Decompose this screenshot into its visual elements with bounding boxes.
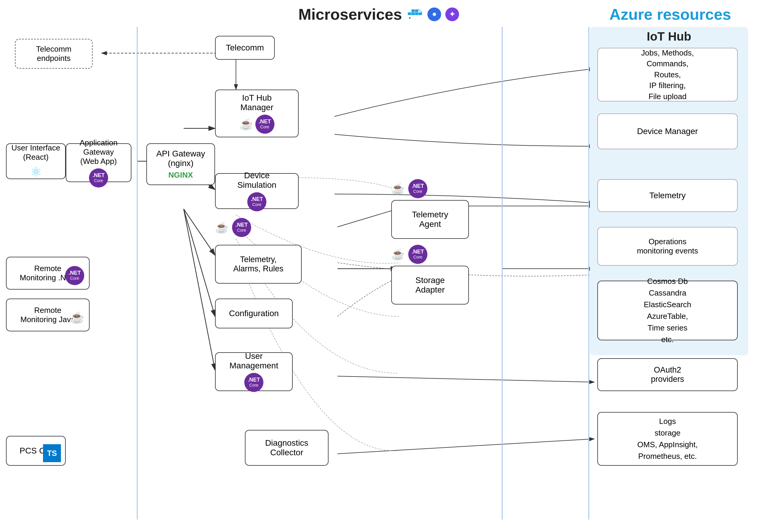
net-badge-storage: .NETCore	[408, 245, 428, 264]
vline-left	[137, 27, 138, 519]
device-manager-box: Device Manager	[597, 114, 738, 149]
net-badge-telal: .NETCore	[232, 218, 251, 237]
telecomm-endpoints-label: Telecomm endpoints	[36, 45, 71, 63]
telemetry-iot-label: Telemetry	[649, 191, 685, 200]
remote-monitoring-net-box: Remote Monitoring .NET .NETCore	[6, 257, 89, 289]
net-badge-devsim: .NETCore	[247, 192, 266, 211]
telemetry-alarms-rules-box: Telemetry, Alarms, Rules	[215, 245, 302, 283]
application-gateway-box: Application Gateway (Web App) .NETCore	[66, 143, 131, 182]
logs-label: Logs storage OMS, AppInsight, Prometheus…	[637, 416, 698, 462]
svg-rect-22	[419, 13, 422, 15]
net-badge-rm-net: .NETCore	[65, 266, 84, 285]
svg-rect-17	[408, 13, 411, 15]
storage-adapter-badges-above: ☕ .NETCore	[391, 245, 428, 264]
telecomm-label: Telecomm	[226, 43, 264, 52]
device-simulation-box: Device Simulation .NETCore	[215, 173, 299, 209]
rm-java-label: Remote Monitoring Java	[20, 306, 75, 324]
svg-line-8	[337, 209, 397, 227]
app-gateway-label: Application Gateway (Web App)	[80, 138, 118, 166]
pcs-cli-box: PCS CLI TS	[6, 436, 66, 466]
iot-jobs-box: Jobs, Methods, Commands, Routes, IP filt…	[597, 48, 738, 102]
vline-mid	[502, 27, 503, 519]
user-interface-label: User Interface (React)	[11, 143, 60, 162]
svg-rect-20	[415, 13, 418, 15]
configuration-label: Configuration	[229, 309, 279, 318]
svg-rect-19	[412, 10, 415, 12]
user-management-label: User Management	[229, 351, 278, 371]
svg-line-6	[184, 209, 215, 370]
device-simulation-label: Device Simulation	[237, 171, 277, 190]
azure-resources-title: Azure resources	[609, 5, 731, 23]
iot-jobs-label: Jobs, Methods, Commands, Routes, IP filt…	[641, 48, 694, 102]
diagnostics-label: Diagnostics Collector	[265, 438, 309, 457]
dapr-icon: ✦	[445, 7, 460, 22]
telemetry-agent-box: Telemetry Agent	[391, 200, 469, 239]
svg-rect-18	[412, 13, 415, 15]
java-icon-iotmgr: ☕	[240, 118, 253, 130]
iot-hub-manager-box: IoT Hub Manager ☕ .NETCore	[215, 89, 299, 137]
svg-text:✦: ✦	[449, 10, 455, 18]
api-gateway-label: API Gateway (nginx)	[156, 149, 205, 168]
iot-hub-manager-label: IoT Hub Manager	[240, 93, 274, 112]
telecomm-endpoints-box: Telecomm endpoints	[15, 39, 92, 69]
logs-box: Logs storage OMS, AppInsight, Prometheus…	[597, 412, 738, 466]
title-text: Microservices	[298, 5, 402, 23]
svg-line-12	[337, 439, 594, 454]
telemetry-iot-box: Telemetry	[597, 179, 738, 212]
oauth2-box: OAuth2 providers	[597, 358, 738, 391]
java-icon-rm: ☕	[70, 311, 84, 324]
net-badge-usermgmt: .NETCore	[244, 373, 263, 392]
nginx-icon: NGINX	[168, 171, 193, 180]
remote-monitoring-java-box: Remote Monitoring Java ☕	[6, 299, 89, 331]
device-manager-label: Device Manager	[637, 127, 698, 136]
user-management-box: User Management .NETCore	[215, 352, 293, 391]
configuration-box: Configuration	[215, 299, 293, 328]
ops-monitoring-box: Operations monitoring events	[597, 227, 738, 266]
react-icon: ⚛	[30, 164, 42, 180]
storage-adapter-label: Storage Adapter	[415, 276, 445, 295]
page-title: Microservices ⎈ ✦	[298, 5, 460, 23]
api-gateway-box: API Gateway (nginx) NGINX	[146, 143, 215, 185]
header-icons: ⎈ ✦	[407, 7, 460, 22]
svg-line-4	[184, 209, 215, 255]
net-badge-iotmgr: .NETCore	[255, 115, 274, 134]
svg-text:⎈: ⎈	[432, 11, 436, 17]
java-icon-storage: ☕	[391, 248, 405, 261]
tel-agent-badges: ☕ .NETCore	[391, 179, 428, 198]
tel-alarms-badges-above: ☕ .NETCore	[215, 218, 251, 237]
cosmos-label: Cosmos Db Cassandra ElasticSearch AzureT…	[644, 276, 691, 346]
tel-alarms-rules-label: Telemetry, Alarms, Rules	[233, 255, 284, 274]
java-icon-telal: ☕	[215, 221, 228, 234]
storage-adapter-box: Storage Adapter	[391, 266, 469, 305]
svg-line-11	[337, 376, 594, 382]
java-icon-telagent: ☕	[391, 183, 405, 195]
user-interface-box: User Interface (React) ⚛	[6, 143, 66, 179]
oauth2-label: OAuth2 providers	[651, 365, 684, 384]
docker-icon	[407, 8, 424, 21]
telecomm-box: Telecomm	[215, 36, 275, 60]
kubernetes-icon: ⎈	[427, 7, 442, 22]
vline-right	[588, 27, 589, 519]
cosmos-box: Cosmos Db Cassandra ElasticSearch AzureT…	[597, 281, 738, 340]
net-badge-telagent: .NETCore	[408, 179, 428, 198]
svg-line-5	[184, 209, 215, 316]
tel-agent-label: Telemetry Agent	[412, 210, 448, 229]
iot-hub-header: IoT Hub	[594, 30, 744, 43]
net-badge-appgw: .NETCore	[89, 168, 108, 187]
diagram-container: Microservices ⎈ ✦	[0, 0, 758, 532]
ops-monitoring-label: Operations monitoring events	[637, 237, 698, 255]
diagnostics-collector-box: Diagnostics Collector	[245, 430, 328, 466]
ts-icon: TS	[43, 444, 61, 462]
svg-point-23	[409, 17, 411, 19]
